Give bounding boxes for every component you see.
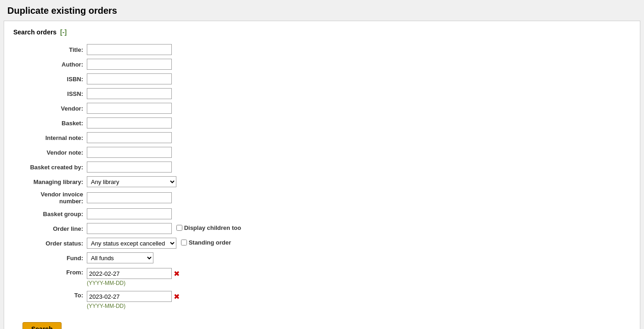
page-title: Duplicate existing orders <box>0 0 644 21</box>
basket-created-by-input[interactable] <box>87 162 172 173</box>
from-label: From: <box>13 265 87 288</box>
internal-note-label: Internal note: <box>13 130 87 145</box>
vendor-invoice-label: Vendor invoicenumber: <box>13 189 87 206</box>
internal-note-input[interactable] <box>87 132 172 143</box>
search-button[interactable]: Search <box>23 322 62 329</box>
basket-group-input[interactable] <box>87 208 172 219</box>
managing-library-label: Managing library: <box>13 174 87 189</box>
section-header-text: Search orders <box>13 28 56 36</box>
from-date-hint: (YYYY-MM-DD) <box>87 280 180 286</box>
collapse-button[interactable]: [-] <box>60 28 67 36</box>
vendor-invoice-input[interactable] <box>87 192 172 203</box>
author-input[interactable] <box>87 59 172 70</box>
display-children-checkbox[interactable] <box>176 225 182 231</box>
order-status-select[interactable]: Any status except cancelled <box>87 238 176 249</box>
title-row: Title: <box>13 42 631 57</box>
vendor-note-label: Vendor note: <box>13 145 87 160</box>
internal-note-row: Internal note: <box>13 130 631 145</box>
fund-row: Fund: All funds <box>13 251 631 265</box>
to-label: To: <box>13 288 87 311</box>
from-date-row: From: ✖ (YYYY-MM-DD) <box>13 265 631 288</box>
basket-created-by-label: Basket created by: <box>13 160 87 174</box>
basket-label: Basket: <box>13 116 87 130</box>
basket-group-label: Basket group: <box>13 206 87 221</box>
title-label: Title: <box>13 42 87 57</box>
display-children-label: Display children too <box>184 224 241 231</box>
author-row: Author: <box>13 57 631 72</box>
to-date-input[interactable] <box>87 291 172 302</box>
to-date-line: ✖ <box>87 291 180 302</box>
vendor-input[interactable] <box>87 103 172 114</box>
search-form: Title: Author: ISBN: <box>13 42 631 311</box>
to-date-row: To: ✖ (YYYY-MM-DD) <box>13 288 631 311</box>
basket-input[interactable] <box>87 117 172 128</box>
standing-order-label: Standing order <box>189 239 231 246</box>
order-status-row: Order status: Any status except cancelle… <box>13 236 631 251</box>
to-date-hint: (YYYY-MM-DD) <box>87 303 180 309</box>
standing-order-wrapper: Standing order <box>181 239 231 246</box>
form-actions: Search <box>13 317 631 329</box>
display-children-too-wrapper: Display children too <box>176 224 241 231</box>
basket-group-row: Basket group: <box>13 206 631 221</box>
isbn-label: ISBN: <box>13 72 87 86</box>
page-wrapper: Duplicate existing orders Search orders … <box>0 0 644 329</box>
search-section: Search orders [-] Title: Author: <box>4 21 640 329</box>
isbn-input[interactable] <box>87 73 172 84</box>
fund-label: Fund: <box>13 251 87 265</box>
vendor-label: Vendor: <box>13 101 87 116</box>
issn-row: ISSN: <box>13 86 631 101</box>
isbn-row: ISBN: <box>13 72 631 86</box>
to-date-block: ✖ (YYYY-MM-DD) <box>87 291 180 309</box>
order-line-label: Order line: <box>13 221 87 236</box>
section-header: Search orders [-] <box>13 28 631 36</box>
vendor-note-row: Vendor note: <box>13 145 631 160</box>
title-input[interactable] <box>87 44 172 55</box>
basket-created-by-row: Basket created by: <box>13 160 631 174</box>
managing-library-select[interactable]: Any library <box>87 176 176 187</box>
order-status-label: Order status: <box>13 236 87 251</box>
vendor-invoice-row: Vendor invoicenumber: <box>13 189 631 206</box>
from-date-input[interactable] <box>87 268 172 279</box>
vendor-note-input[interactable] <box>87 147 172 158</box>
order-line-row: Order line: Display children too <box>13 221 631 236</box>
issn-input[interactable] <box>87 88 172 99</box>
issn-label: ISSN: <box>13 86 87 101</box>
from-date-clear-icon[interactable]: ✖ <box>174 269 180 278</box>
vendor-row: Vendor: <box>13 101 631 116</box>
order-line-input[interactable] <box>87 223 172 234</box>
managing-library-row: Managing library: Any library <box>13 174 631 189</box>
to-date-clear-icon[interactable]: ✖ <box>174 292 180 301</box>
author-label: Author: <box>13 57 87 72</box>
standing-order-checkbox[interactable] <box>181 240 187 245</box>
from-date-line: ✖ <box>87 268 180 279</box>
basket-row: Basket: <box>13 116 631 130</box>
from-date-block: ✖ (YYYY-MM-DD) <box>87 268 180 286</box>
fund-select[interactable]: All funds <box>87 252 153 263</box>
